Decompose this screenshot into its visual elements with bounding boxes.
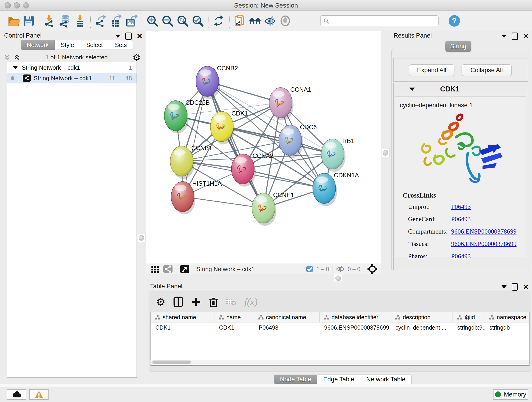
table-options-gear-icon[interactable]: ⚙ <box>156 297 165 306</box>
network-node-HIST1H1A[interactable]: HIST1H1A <box>171 180 222 214</box>
tab-edge-table[interactable]: Edge Table <box>317 375 360 384</box>
import-table-button[interactable] <box>72 13 88 28</box>
export-image-button[interactable] <box>124 13 139 28</box>
show-columns-icon[interactable] <box>173 296 183 307</box>
gene-collapse-icon[interactable] <box>409 88 415 91</box>
show-all-button[interactable] <box>278 13 293 28</box>
grid-view-icon[interactable] <box>151 264 160 274</box>
main-toolbar: ? <box>0 11 532 31</box>
global-search-field[interactable] <box>320 15 438 26</box>
delete-column-icon[interactable] <box>209 296 218 307</box>
memory-button[interactable]: Memory <box>493 389 528 400</box>
zoom-in-button[interactable] <box>145 13 160 28</box>
expand-all-button[interactable]: Expand All <box>409 64 454 76</box>
tab-string[interactable]: String <box>445 41 471 52</box>
collapse-all-button[interactable]: Collapse All <box>462 64 512 76</box>
export-network-button[interactable] <box>94 13 109 28</box>
network-node-CDC6[interactable]: CDC6 <box>279 124 317 158</box>
network-edge-CCNB2-HIST1H1A[interactable] <box>183 81 207 197</box>
left-splitter-handle[interactable] <box>137 234 146 242</box>
tab-select[interactable]: Select <box>80 40 109 50</box>
zoom-out-button[interactable] <box>160 13 175 28</box>
crosslink-link[interactable]: 9606.ENSP00000378699 <box>451 240 516 248</box>
table-cell[interactable]: 9606.ENSP00000378699 <box>320 322 391 332</box>
import-network-database-button[interactable] <box>57 13 72 28</box>
scrollbar-thumb[interactable] <box>152 361 191 364</box>
collection-expand-icon[interactable] <box>13 66 18 69</box>
help-button[interactable]: ? <box>447 13 462 28</box>
new-network-from-selection-button[interactable] <box>232 13 247 28</box>
network-node-CCNE1[interactable]: CCNE1 <box>252 191 294 226</box>
network-node-CDKN1A[interactable]: CDKN1A <box>313 172 359 206</box>
network-canvas[interactable]: CCNB2CCNA1CDC25BCDK1CDC6RB1CCNB1CCNA2CDK… <box>146 31 381 264</box>
column-header-name[interactable]: name <box>215 312 254 322</box>
column-header-database-identifier[interactable]: database identifier <box>320 312 391 322</box>
delete-table-icon <box>226 297 236 306</box>
search-input[interactable] <box>329 17 436 24</box>
column-header-canonical-name[interactable]: canonical name <box>254 312 320 322</box>
results-panel-menu-icon[interactable] <box>501 35 507 38</box>
network-node-CCNB1[interactable]: CCNB1 <box>170 145 212 179</box>
table-splitter-handle[interactable] <box>334 274 342 282</box>
crosslink-link[interactable]: P06493 <box>451 216 471 223</box>
warnings-button[interactable] <box>29 389 49 400</box>
table-panel-float-icon[interactable] <box>512 283 518 291</box>
add-column-icon[interactable] <box>191 297 201 307</box>
tab-style[interactable]: Style <box>55 40 80 50</box>
column-header-namespace[interactable]: namespace <box>485 312 530 322</box>
expand-all-icon[interactable] <box>13 53 21 61</box>
results-panel-close-icon[interactable]: ✕ <box>523 33 529 39</box>
save-session-button[interactable] <box>21 13 36 28</box>
crosslink-link[interactable]: P06493 <box>451 253 471 260</box>
open-session-button[interactable] <box>6 13 21 28</box>
network-node-CCNA2[interactable]: CCNA2 <box>231 153 273 186</box>
table-cell[interactable]: CDK1 <box>151 322 215 332</box>
table-panel-menu-icon[interactable] <box>501 285 507 288</box>
hide-selection-button[interactable] <box>263 13 278 28</box>
control-panel-close-icon[interactable]: ✕ <box>137 33 143 39</box>
zoom-selected-button[interactable] <box>190 13 205 28</box>
selected-checkbox-icon[interactable] <box>306 265 313 273</box>
fit-content-crosshair-icon[interactable] <box>367 264 378 274</box>
results-splitter-handle[interactable] <box>381 149 389 157</box>
collapse-all-icon[interactable] <box>3 53 11 61</box>
network-node-CDC25B[interactable]: CDC25B <box>164 99 210 133</box>
table-panel-close-icon[interactable]: ✕ <box>523 284 529 290</box>
group-nodes-button[interactable] <box>247 13 263 28</box>
network-row[interactable]: String Network – cdk1 11 48 <box>7 73 137 83</box>
tab-sets[interactable]: Sets <box>109 40 133 50</box>
table-cell[interactable]: cyclin–dependent ... <box>391 322 453 332</box>
network-edge-CCNB2-CCNE1[interactable] <box>207 81 264 208</box>
import-network-file-button[interactable] <box>42 13 57 28</box>
column-header-shared-name[interactable]: shared name <box>151 312 215 322</box>
control-panel-float-icon[interactable] <box>125 32 132 40</box>
table-horizontal-scrollbar[interactable] <box>151 360 529 364</box>
control-panel-menu-icon[interactable] <box>115 35 120 38</box>
table-cell[interactable]: P06493 <box>254 322 320 332</box>
column-header--id[interactable]: @id <box>453 312 485 322</box>
network-view-title: String Network – cdk1 <box>196 266 254 273</box>
network-options-gear-icon[interactable]: ⚙ <box>133 53 141 62</box>
zoom-fit-button[interactable] <box>175 13 190 28</box>
hidden-eye-slash-icon[interactable] <box>336 265 345 273</box>
network-view-icon[interactable] <box>163 264 173 274</box>
column-header-description[interactable]: description <box>391 312 453 322</box>
tab-network[interactable]: Network <box>21 40 55 50</box>
results-panel-float-icon[interactable] <box>512 32 518 40</box>
network-node-CCNB2[interactable]: CCNB2 <box>196 65 238 99</box>
table-cell[interactable]: CDK1 <box>215 322 254 332</box>
crosslink-link[interactable]: 9606.ENSP00000378699 <box>451 228 516 235</box>
export-table-button[interactable] <box>109 13 124 28</box>
table-row[interactable]: CDK1CDK1P064939606.ENSP00000378699cyclin… <box>151 322 529 332</box>
tab-network-table[interactable]: Network Table <box>360 375 412 384</box>
network-collection-row[interactable]: String Network – cdk1 1 <box>7 62 137 73</box>
cloud-status-button[interactable] <box>7 389 26 400</box>
table-cell[interactable]: stringdb:9... <box>453 322 485 332</box>
table-cell[interactable]: stringdb <box>485 322 530 332</box>
crosslink-link[interactable]: P06493 <box>451 203 471 211</box>
preferred-layout-button[interactable] <box>211 13 226 28</box>
tab-node-table[interactable]: Node Table <box>274 375 317 384</box>
network-node-RB1[interactable]: RB1 <box>321 138 355 172</box>
birdseye-view-icon[interactable] <box>180 264 190 274</box>
network-node-CCNA1[interactable]: CCNA1 <box>269 86 311 120</box>
